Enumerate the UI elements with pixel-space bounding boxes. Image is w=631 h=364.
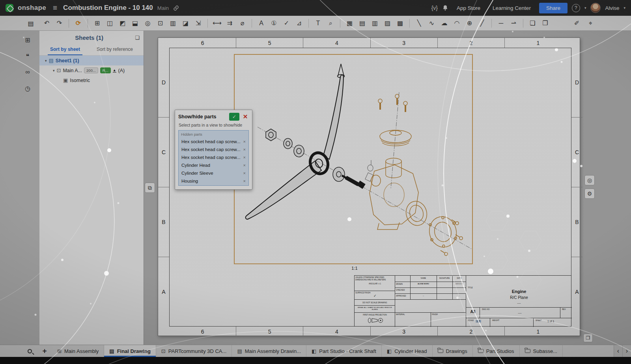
balloon-icon[interactable]: ① [268, 18, 280, 29]
surface-finish-icon[interactable]: ✓ [281, 18, 292, 29]
arrow-style-icon[interactable]: ⇀ [508, 18, 519, 29]
spline-icon[interactable]: ∿ [426, 18, 437, 29]
hidden-part-row[interactable]: Hex socket head cap screw... × [180, 138, 247, 146]
tb-scale-value[interactable]: 1:3 [476, 320, 481, 323]
tab-label: Main Assembly Drawin... [245, 348, 301, 354]
user-menu-caret-icon[interactable]: ▾ [624, 6, 625, 10]
centerline-icon[interactable]: ╱ [476, 18, 488, 29]
line-style-icon[interactable]: ─ [495, 18, 507, 29]
search-tabs-button[interactable] [22, 345, 37, 357]
note-icon[interactable]: A [256, 18, 267, 29]
scroll-tabs-left-icon[interactable]: ‹ [614, 345, 622, 357]
sheet-properties-icon[interactable]: ❐ [540, 18, 551, 29]
hidden-part-row[interactable]: Housing × [180, 177, 247, 185]
tab-final-drawing[interactable]: ▤ Final Drawing [104, 345, 156, 357]
remove-part-icon[interactable]: × [243, 171, 246, 175]
user-name[interactable]: Alvise [605, 5, 619, 11]
remove-part-icon[interactable]: × [243, 163, 246, 168]
scroll-tabs-right-icon[interactable]: › [622, 345, 631, 357]
hidden-part-row[interactable]: Hex socket head cap screw... × [180, 146, 247, 153]
configurations-icon[interactable]: ⊞ [22, 35, 33, 45]
tree-row-sheet1[interactable]: ▾ ▤ Sheet1 (1) [39, 56, 144, 65]
comments-icon[interactable]: ❝ [22, 51, 33, 61]
notifications-bell-icon[interactable] [442, 5, 448, 11]
hidden-part-row[interactable]: Cylinder Sleeve × [180, 169, 247, 177]
view-manipulator-button[interactable]: ⧉ [145, 183, 155, 193]
crop-view-icon[interactable]: ⊡ [155, 18, 166, 29]
auxiliary-view-icon[interactable]: ◩ [117, 18, 128, 29]
share-button[interactable]: Share [539, 3, 568, 13]
hole-table-icon[interactable]: ▥ [369, 18, 381, 29]
sort-tab[interactable]: Sort by sheet [48, 44, 82, 55]
tree-row-isometric[interactable]: ▣ Isometric [39, 75, 144, 85]
tree-row-main-view[interactable]: ▾ ⊡ Main A... 200... R... ▲ (A) [39, 65, 144, 75]
confirm-button[interactable]: ✓ [229, 113, 239, 121]
help-caret-icon[interactable]: ▾ [584, 6, 586, 10]
tab-main-assembly[interactable]: ⊞ Main Assembly [52, 345, 104, 357]
sheets-list-icon[interactable]: ▤ [25, 18, 36, 29]
remove-part-icon[interactable]: × [243, 155, 246, 160]
section-view-icon[interactable]: ⬓ [129, 18, 141, 29]
sheet-thumbnails-button[interactable]: ❐ [583, 334, 593, 342]
tab-main-assembly-drawing[interactable]: ▤ Main Assembly Drawin... [232, 345, 306, 357]
main-menu-icon[interactable]: ≡ [53, 4, 57, 12]
remove-part-icon[interactable]: × [243, 179, 246, 183]
update-views-icon[interactable]: ⟳ [73, 18, 84, 29]
dimension-icon[interactable]: ⟷ [211, 18, 223, 29]
undo-icon[interactable]: ↶ [41, 18, 52, 29]
folder-icon [525, 349, 530, 353]
tab-folder-part-studios[interactable]: Part Studios [473, 345, 520, 357]
weld-symbol-icon[interactable]: ⊿ [293, 18, 305, 29]
arc-icon[interactable]: ◠ [451, 18, 463, 29]
tb-notes-column: UNLESS OTHERWISE SPECIFIED: DIMENSIONS A… [355, 276, 395, 327]
cancel-button[interactable]: ✕ [242, 113, 249, 121]
learning-center-link[interactable]: Learning Center [489, 3, 535, 13]
text-icon[interactable]: T [312, 18, 324, 29]
break-out-section-icon[interactable]: ◪ [180, 18, 191, 29]
follow-mode-icon[interactable]: ∞ [22, 67, 33, 77]
tools-button[interactable]: ⚙ [584, 189, 595, 199]
tab-cylinder-head[interactable]: ◧ Cylinder Head [382, 345, 433, 357]
expand-caret-icon[interactable]: ▾ [45, 59, 47, 63]
revision-table-icon[interactable]: ▨ [382, 18, 393, 29]
weld-table-icon[interactable]: ▩ [394, 18, 406, 29]
tab-partcommunity[interactable]: ⊡ PARTcommunity 3D CA... [156, 345, 232, 357]
point-icon[interactable]: ⊕ [464, 18, 475, 29]
workspace-label[interactable]: Main [157, 5, 169, 11]
share-link-icon[interactable] [173, 5, 179, 11]
help-icon[interactable]: ? [572, 4, 580, 12]
remove-part-icon[interactable]: × [243, 147, 246, 152]
bom-table-icon[interactable]: ▤ [357, 18, 368, 29]
move-view-icon[interactable]: ⇲ [192, 18, 204, 29]
hidden-part-row[interactable]: Hex socket head cap screw... × [180, 153, 247, 161]
ordinate-dimension-icon[interactable]: ⇉ [224, 18, 235, 29]
projected-view-icon[interactable]: ◫ [104, 18, 116, 29]
broken-view-icon[interactable]: ▥ [167, 18, 179, 29]
remove-part-icon[interactable]: × [243, 139, 246, 144]
app-store-link[interactable]: App Store [453, 3, 484, 13]
export-sheet-icon[interactable]: ❏ [527, 18, 538, 29]
redo-icon[interactable]: ↷ [54, 18, 65, 29]
tab-folder-drawings[interactable]: Drawings [433, 345, 473, 357]
table-icon[interactable]: ▦ [344, 18, 355, 29]
title-block: UNLESS OTHERWISE SPECIFIED: DIMENSIONS A… [354, 275, 571, 327]
find-annotation-icon[interactable]: ⌕ [325, 18, 336, 29]
line-icon[interactable]: ╲ [413, 18, 425, 29]
diameter-dimension-icon[interactable]: ⌀ [237, 18, 248, 29]
revision-cloud-icon[interactable]: ☁ [439, 18, 450, 29]
tab-part-studio-crank-shaft[interactable]: ◧ Part Studio - Crank Shaft [306, 345, 382, 357]
versions-icon[interactable]: {v} [431, 5, 438, 11]
hidden-part-row[interactable]: Cylinder Head × [180, 161, 247, 169]
sort-tab[interactable]: Sort by reference [94, 44, 135, 55]
add-tab-button[interactable]: + [37, 345, 52, 357]
measure-icon[interactable]: ✐ [571, 18, 582, 29]
detail-view-icon[interactable]: ◎ [142, 18, 153, 29]
user-avatar[interactable] [590, 3, 601, 13]
history-icon[interactable]: ◷ [22, 83, 33, 93]
dock-panel-icon[interactable]: ❏ [135, 35, 140, 41]
inspect-icon[interactable]: ⌖ [585, 18, 596, 29]
expand-caret-icon[interactable]: ▾ [53, 69, 55, 73]
insert-view-icon[interactable]: ⊞ [91, 18, 103, 29]
tab-folder-subassemblies[interactable]: Subasse... [520, 345, 563, 357]
display-options-button[interactable]: ◎ [584, 175, 595, 185]
